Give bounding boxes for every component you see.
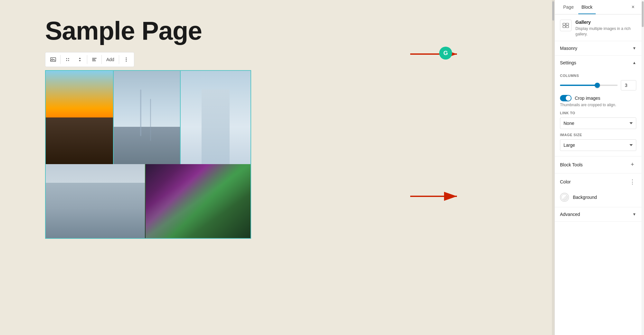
color-circle-inner — [561, 194, 568, 200]
crop-images-hint: Thumbnails are cropped to align. — [560, 103, 636, 107]
image-block-type-button[interactable] — [47, 54, 59, 65]
svg-rect-17 — [566, 23, 569, 25]
page-title: Sample Page — [45, 16, 202, 46]
panel-tabs: Page Block × — [555, 0, 641, 14]
advanced-section: Advanced ▼ — [555, 207, 641, 222]
gallery-image-1[interactable] — [46, 71, 113, 164]
background-color-item[interactable]: Background — [555, 190, 641, 207]
canvas-area: Sample Page — [0, 0, 552, 335]
svg-rect-6 — [92, 58, 97, 59]
toolbar-separator — [60, 55, 61, 64]
svg-point-2 — [66, 58, 67, 59]
block-tools-section[interactable]: Block Tools + — [555, 156, 641, 173]
columns-label: COLUMNS — [560, 74, 636, 78]
block-tools-title: Block Tools — [560, 162, 583, 167]
gallery-type-icon — [563, 22, 569, 29]
block-toolbar: Add — [45, 52, 134, 67]
block-description: Gallery Display multiple images in a ric… — [575, 20, 636, 37]
svg-rect-7 — [92, 59, 95, 60]
block-title: Gallery — [575, 20, 636, 25]
svg-rect-16 — [563, 23, 565, 25]
slider-thumb[interactable] — [595, 83, 600, 88]
background-color-circle — [560, 193, 569, 202]
settings-section: Settings ▲ COLUMNS 3 — [555, 56, 641, 156]
crop-images-toggle[interactable] — [560, 95, 572, 101]
drag-handle-button[interactable] — [62, 54, 73, 65]
settings-title: Settings — [560, 60, 576, 65]
canvas-scrollbar[interactable] — [552, 0, 554, 335]
arrow-1 — [410, 48, 462, 60]
color-section: Color ⋮ Background — [555, 173, 641, 207]
slider-track — [560, 85, 618, 86]
svg-point-11 — [126, 61, 127, 62]
gallery-block[interactable] — [45, 70, 251, 239]
tab-page[interactable]: Page — [560, 0, 577, 14]
gallery-image-5[interactable] — [145, 164, 251, 238]
masonry-section: Masonry ▼ — [555, 41, 641, 56]
block-info: Gallery Display multiple images in a ric… — [555, 14, 641, 41]
toolbar-separator-3 — [101, 55, 102, 64]
crop-images-label: Crop images — [575, 96, 600, 101]
grid-icon — [65, 57, 71, 62]
image-size-label: IMAGE SIZE — [560, 133, 636, 137]
block-tools-plus-icon[interactable]: + — [629, 161, 636, 169]
align-icon — [91, 57, 97, 62]
panel-scrollbar-thumb[interactable] — [642, 1, 644, 27]
columns-slider-row: 3 — [560, 80, 636, 90]
right-panel: Page Block × Gallery Display multiple im… — [554, 0, 641, 335]
background-color-label: Background — [573, 195, 597, 200]
arrow-2 — [410, 190, 462, 203]
color-section-header[interactable]: Color ⋮ — [555, 173, 641, 190]
add-button[interactable]: Add — [103, 54, 118, 65]
color-title: Color — [560, 179, 571, 184]
advanced-header[interactable]: Advanced ▼ — [555, 207, 641, 221]
advanced-chevron-icon: ▼ — [632, 212, 636, 217]
columns-input[interactable]: 3 — [621, 80, 636, 90]
gallery-image-2[interactable] — [113, 71, 180, 164]
right-panel-wrapper: Page Block × Gallery Display multiple im… — [554, 0, 644, 335]
link-to-label: LINK TO — [560, 111, 636, 115]
tab-block[interactable]: Block — [578, 0, 596, 14]
gallery-image-4[interactable] — [46, 164, 145, 238]
svg-rect-18 — [563, 26, 565, 28]
align-button[interactable] — [89, 54, 100, 65]
advanced-title: Advanced — [560, 212, 580, 217]
settings-chevron-icon: ▲ — [632, 60, 636, 65]
panel-scrollbar[interactable] — [641, 0, 644, 335]
svg-rect-19 — [566, 26, 569, 28]
move-button[interactable] — [74, 54, 86, 65]
svg-point-1 — [52, 59, 53, 60]
masonry-title: Masonry — [560, 46, 577, 51]
settings-content: COLUMNS 3 Crop images — [555, 74, 641, 156]
arrow-2-svg — [410, 190, 462, 203]
crop-images-row: Crop images — [560, 95, 636, 101]
more-icon — [123, 57, 129, 62]
toggle-knob — [566, 96, 571, 101]
more-options-button[interactable] — [120, 54, 132, 65]
slider-fill — [560, 85, 597, 86]
image-size-select[interactable]: Thumbnail Medium Large Full Size — [560, 139, 636, 151]
svg-rect-8 — [92, 60, 96, 61]
settings-header[interactable]: Settings ▲ — [555, 56, 641, 70]
toolbar-separator-4 — [119, 55, 119, 64]
arrow-1-svg — [410, 48, 462, 60]
masonry-chevron-icon: ▼ — [632, 46, 636, 51]
svg-point-4 — [66, 60, 67, 61]
color-more-icon[interactable]: ⋮ — [629, 178, 636, 186]
canvas-scrollbar-thumb[interactable] — [552, 1, 554, 21]
gallery-image-3[interactable] — [181, 71, 251, 164]
panel-close-button[interactable]: × — [629, 3, 638, 12]
svg-point-5 — [68, 60, 69, 61]
link-to-select[interactable]: None Media File Attachment Page — [560, 117, 636, 129]
block-description-text: Display multiple images in a rich galler… — [575, 26, 636, 37]
up-down-icon — [77, 57, 83, 62]
svg-point-10 — [126, 59, 127, 60]
image-icon — [50, 56, 56, 63]
toolbar-separator-2 — [87, 55, 87, 64]
grammarly-icon: G — [439, 47, 452, 60]
masonry-header[interactable]: Masonry ▼ — [555, 41, 641, 55]
columns-slider-container[interactable] — [560, 82, 618, 88]
svg-point-3 — [68, 58, 69, 59]
block-type-icon — [560, 20, 572, 31]
gallery-row-bottom — [46, 164, 251, 238]
